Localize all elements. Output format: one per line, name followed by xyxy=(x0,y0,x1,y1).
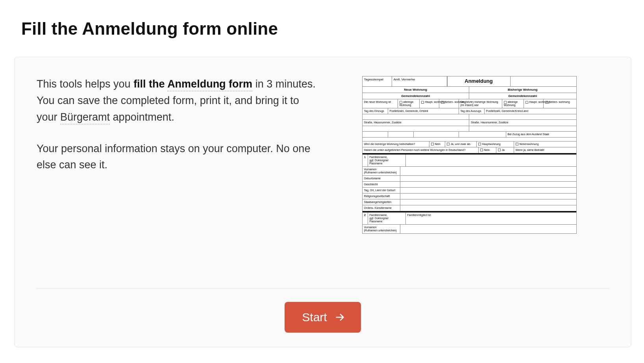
intro-card: This tools helps you fill the Anmeldung … xyxy=(14,57,631,347)
form-preview-image: Tagesstempel Amtl. Vermerke Anmeldung Ne… xyxy=(362,76,577,234)
anmeldung-link[interactable]: Anmeldung form xyxy=(167,78,252,91)
arrow-right-icon xyxy=(334,312,345,323)
start-button-label: Start xyxy=(302,311,327,324)
buergeramt-link[interactable]: Bürgeramt xyxy=(60,111,110,125)
intro-text: This tools helps you fill the Anmeldung … xyxy=(37,76,320,234)
divider xyxy=(37,288,609,289)
page-title: Fill the Anmeldung form online xyxy=(21,19,631,39)
start-button[interactable]: Start xyxy=(285,302,361,333)
